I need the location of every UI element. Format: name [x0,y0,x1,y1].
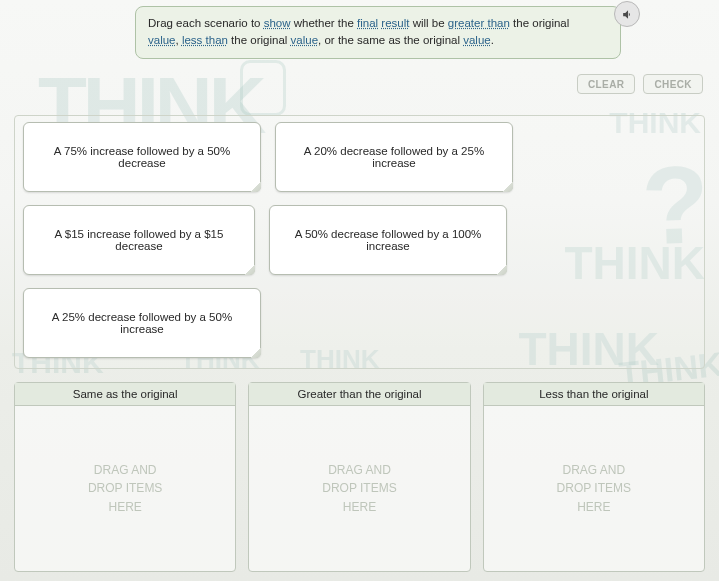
glossary-term[interactable]: value [148,34,176,46]
bg-doodle-box [240,60,286,116]
drop-zone-placeholder: DRAG ANDDROP ITEMSHERE [249,406,469,571]
drop-zone-title: Less than the original [484,383,704,406]
drop-zone-placeholder: DRAG ANDDROP ITEMSHERE [15,406,235,571]
drop-zone-placeholder: DRAG ANDDROP ITEMSHERE [484,406,704,571]
drop-zone-title: Greater than the original [249,383,469,406]
drop-zone-title: Same as the original [15,383,235,406]
clear-button[interactable]: CLEAR [577,74,635,94]
scenario-source-area: A 75% increase followed by a 50% decreas… [14,115,705,369]
scenario-card[interactable]: A 75% increase followed by a 50% decreas… [23,122,261,192]
scenario-card[interactable]: A 20% decrease followed by a 25% increas… [275,122,513,192]
glossary-term[interactable]: show [264,17,291,29]
check-button[interactable]: CHECK [643,74,703,94]
glossary-term[interactable]: less than [182,34,228,46]
glossary-term[interactable]: value [291,34,319,46]
scenario-card[interactable]: A 50% decrease followed by a 100% increa… [269,205,507,275]
instruction-banner: Drag each scenario to show whether the f… [135,6,621,59]
glossary-term[interactable]: result [381,17,409,29]
glossary-term[interactable]: greater than [448,17,510,29]
scenario-card[interactable]: A $15 increase followed by a $15 decreas… [23,205,255,275]
controls-row: CLEAR CHECK [577,74,703,94]
drop-zones-row: Same as the original DRAG ANDDROP ITEMSH… [14,382,705,572]
drop-zone-same[interactable]: Same as the original DRAG ANDDROP ITEMSH… [14,382,236,572]
scenario-card[interactable]: A 25% decrease followed by a 50% increas… [23,288,261,358]
glossary-term[interactable]: final [357,17,378,29]
glossary-term[interactable]: value [463,34,491,46]
activity-stage: THINK THINK ? THINK THINK THINK THINK TH… [0,0,719,581]
instruction-text: Drag each scenario to show whether the f… [148,17,569,46]
drop-zone-less[interactable]: Less than the original DRAG ANDDROP ITEM… [483,382,705,572]
drop-zone-greater[interactable]: Greater than the original DRAG ANDDROP I… [248,382,470,572]
audio-icon[interactable] [614,1,640,27]
